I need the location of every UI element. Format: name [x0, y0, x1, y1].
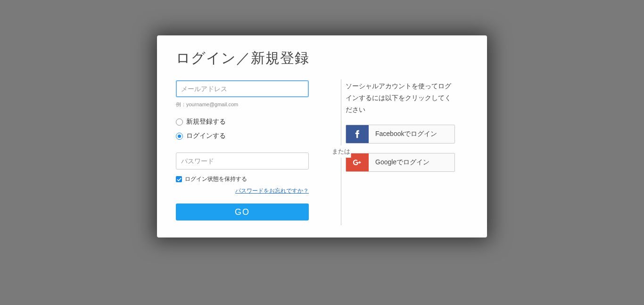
page-title: ログイン／新規登録 [176, 49, 468, 68]
password-field[interactable] [176, 152, 309, 169]
register-radio-label: 新規登録する [186, 118, 226, 126]
google-button-label: Googleでログイン [369, 158, 454, 167]
remember-label: ログイン状態を保持する [185, 175, 247, 183]
login-form: 例：yourname@gmail.com 新規登録する ログインする ログイン状… [176, 80, 323, 220]
login-radio-label: ログインする [186, 132, 226, 140]
radio-icon [176, 133, 183, 140]
facebook-icon [346, 125, 369, 143]
radio-icon [176, 119, 183, 126]
forgot-password-link[interactable]: パスワードをお忘れですか？ [235, 187, 309, 194]
email-hint: 例：yourname@gmail.com [176, 101, 309, 108]
email-field[interactable] [176, 80, 309, 97]
checkbox-icon [176, 176, 182, 182]
go-button[interactable]: GO [176, 203, 309, 220]
facebook-button-label: Facebookでログイン [369, 130, 454, 138]
remember-checkbox[interactable]: ログイン状態を保持する [176, 175, 309, 183]
login-modal: ログイン／新規登録 例：yourname@gmail.com 新規登録する ログ… [157, 35, 487, 237]
google-login-button[interactable]: Googleでログイン [346, 153, 455, 172]
facebook-login-button[interactable]: Facebookでログイン [346, 125, 455, 144]
login-radio[interactable]: ログインする [176, 132, 309, 140]
register-radio[interactable]: 新規登録する [176, 118, 309, 126]
social-description: ソーシャルアカウントを使ってログインするには以下をクリックしてください [346, 80, 455, 116]
or-label: または [331, 145, 351, 158]
